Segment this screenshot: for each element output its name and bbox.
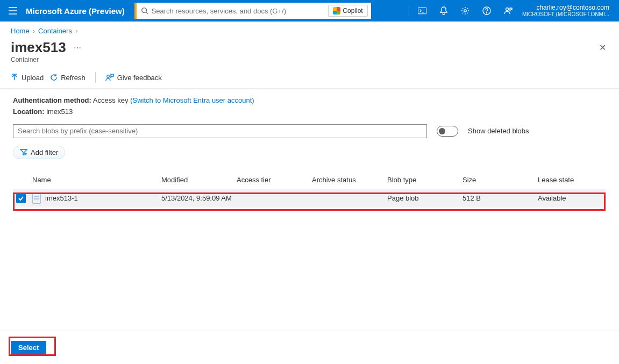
cloud-shell-icon[interactable] — [411, 0, 433, 22]
copilot-button[interactable]: Copilot — [328, 5, 367, 17]
location-value: imex513 — [46, 108, 73, 116]
auth-method-value: Access key — [93, 96, 129, 104]
svg-point-13 — [106, 75, 109, 78]
global-search[interactable]: Copilot — [134, 3, 371, 19]
give-feedback-button[interactable]: Give feedback — [105, 74, 162, 82]
breadcrumb-home[interactable]: Home — [11, 27, 30, 35]
auth-method-label: Authentication method: — [13, 96, 91, 104]
add-filter-label: Add filter — [31, 148, 58, 156]
notifications-icon[interactable] — [433, 0, 454, 22]
svg-point-10 — [506, 8, 508, 11]
refresh-icon — [50, 74, 58, 81]
feedback-person-icon[interactable] — [497, 0, 519, 22]
row-checkbox[interactable] — [16, 194, 26, 203]
svg-point-7 — [464, 10, 466, 12]
col-access-tier[interactable]: Access tier — [237, 176, 312, 184]
switch-auth-link[interactable]: (Switch to Microsoft Entra user account) — [130, 96, 254, 104]
user-email: charlie.roy@contoso.com — [522, 4, 609, 11]
col-archive[interactable]: Archive status — [312, 176, 387, 184]
settings-icon[interactable] — [454, 0, 476, 22]
feedback-icon — [105, 74, 114, 81]
col-blob-type[interactable]: Blob type — [387, 176, 463, 184]
row-size: 512 B — [463, 194, 538, 202]
copilot-icon — [333, 7, 340, 15]
copilot-label: Copilot — [343, 7, 362, 15]
page-subtitle: Container — [0, 56, 619, 68]
breadcrumb: Home › Containers › — [0, 22, 619, 37]
upload-label: Upload — [22, 74, 44, 82]
chevron-right-icon: › — [75, 27, 77, 35]
show-deleted-label: Show deleted blobs — [468, 127, 529, 135]
azure-top-bar: Microsoft Azure (Preview) Copilot — [0, 0, 619, 22]
search-icon — [137, 7, 152, 15]
hamburger-menu-icon[interactable] — [2, 0, 24, 22]
breadcrumb-containers[interactable]: Containers — [38, 27, 72, 35]
file-icon — [32, 193, 41, 204]
blob-search-input[interactable] — [13, 124, 427, 138]
select-button[interactable]: Select — [11, 341, 46, 355]
brand-label[interactable]: Microsoft Azure (Preview) — [24, 6, 134, 16]
filter-icon — [20, 149, 27, 155]
svg-rect-5 — [418, 8, 426, 14]
table-header: Name Modified Access tier Archive status… — [13, 171, 606, 189]
tenant-label: MICROSOFT (MICROSOFT.ONMI... — [522, 11, 609, 18]
more-actions-icon[interactable]: ⋯ — [74, 44, 81, 52]
global-search-input[interactable] — [152, 7, 326, 15]
location-label: Location: — [13, 108, 45, 116]
upload-icon — [11, 74, 18, 81]
col-name[interactable]: Name — [32, 176, 161, 184]
col-size[interactable]: Size — [463, 176, 538, 184]
show-deleted-toggle[interactable] — [437, 126, 458, 137]
account-menu[interactable]: charlie.roy@contoso.com MICROSOFT (MICRO… — [519, 4, 617, 18]
feedback-label: Give feedback — [117, 74, 162, 82]
help-icon[interactable] — [476, 0, 497, 22]
page-title: imex513 — [11, 39, 66, 56]
refresh-label: Refresh — [61, 74, 86, 82]
blobs-table: Name Modified Access tier Archive status… — [13, 171, 606, 208]
col-lease[interactable]: Lease state — [538, 176, 608, 184]
svg-point-9 — [486, 12, 487, 13]
svg-line-4 — [146, 12, 148, 15]
svg-point-3 — [141, 8, 146, 13]
footer-bar: Select — [0, 331, 619, 364]
row-blob-type: Page blob — [387, 194, 463, 202]
info-block: Authentication method: Access key (Switc… — [0, 89, 619, 118]
col-modified[interactable]: Modified — [161, 176, 237, 184]
add-filter-button[interactable]: Add filter — [13, 146, 65, 159]
upload-button[interactable]: Upload — [11, 74, 44, 82]
table-row[interactable]: imex513-1 5/13/2024, 9:59:09 AM Page blo… — [13, 189, 606, 208]
row-lease: Available — [538, 194, 608, 202]
separator — [95, 72, 96, 83]
chevron-right-icon: › — [33, 27, 35, 35]
row-modified: 5/13/2024, 9:59:09 AM — [161, 194, 237, 202]
refresh-button[interactable]: Refresh — [50, 74, 86, 82]
row-name[interactable]: imex513-1 — [45, 194, 78, 202]
close-icon[interactable]: ✕ — [597, 40, 608, 55]
command-bar: Upload Refresh Give feedback — [0, 68, 619, 89]
